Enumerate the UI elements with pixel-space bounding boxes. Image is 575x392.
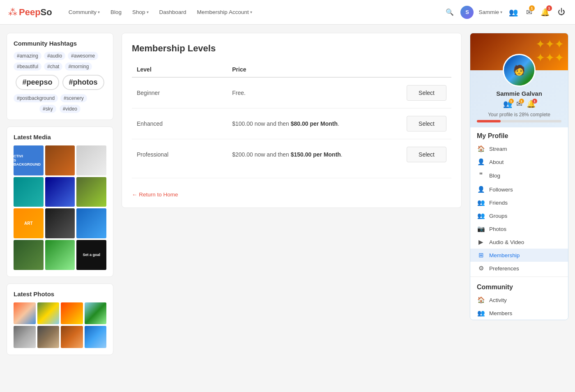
photo-thumb[interactable]: [85, 302, 107, 325]
friends-button[interactable]: 👥: [507, 6, 520, 18]
hashtag-photos[interactable]: #photos: [62, 75, 104, 90]
menu-item-followers[interactable]: 👤 Followers: [470, 183, 568, 196]
page-title: Membership Levels: [132, 43, 451, 54]
chevron-down-icon: ▾: [500, 10, 502, 14]
quote-icon: ": [477, 171, 485, 180]
hashtag-morning[interactable]: #morning: [65, 62, 92, 71]
messages-badge: 1: [529, 5, 535, 11]
media-thumb[interactable]: ART: [14, 208, 44, 238]
logo[interactable]: ⁂ PeepSo: [8, 7, 52, 18]
header-actions: 🔍 S Sammie ▾ 👥 ✉ 1 🔔 1 ⏻: [444, 6, 567, 19]
profile-notifications-button[interactable]: 🔔 1: [527, 99, 536, 108]
membership-icon: ⊞: [477, 251, 485, 259]
media-thumb[interactable]: [76, 208, 106, 238]
avatar-wrap: 🧑: [470, 54, 568, 87]
hashtag-awesome[interactable]: #awesome: [68, 52, 98, 60]
hashtag-postbackground[interactable]: #postbackground: [14, 94, 58, 102]
hashtags-title: Community Hashtags: [14, 40, 106, 47]
media-grid: CTIVIS BACKGROUND ART Set a goal: [14, 145, 106, 270]
level-name-professional: Professional: [137, 151, 168, 158]
my-profile-title: My Profile: [470, 127, 568, 142]
menu-item-blog[interactable]: " Blog: [470, 168, 568, 183]
media-thumb[interactable]: [45, 208, 75, 238]
community-title: Community: [470, 279, 568, 293]
progress-bar: [477, 120, 561, 122]
user-menu[interactable]: Sammie ▾: [478, 9, 502, 15]
media-thumb[interactable]: CTIVIS BACKGROUND: [14, 145, 44, 175]
menu-item-preferences[interactable]: ⚙ Preferences: [470, 262, 568, 275]
photo-thumb[interactable]: [61, 302, 83, 325]
activity-home-icon: 🏠: [477, 296, 485, 304]
level-name-enhanced: Enhanced: [137, 120, 163, 127]
left-sidebar: Community Hashtags #amazing #audio #awes…: [7, 33, 113, 362]
select-beginner-button[interactable]: Select: [407, 85, 446, 101]
col-price: Price: [227, 62, 402, 77]
nav-membership-account[interactable]: Membership Account ▾: [193, 7, 256, 18]
media-thumb[interactable]: [14, 177, 44, 207]
profile-messages-button[interactable]: ✉ 1: [516, 99, 522, 108]
select-professional-button[interactable]: Select: [407, 147, 446, 162]
latest-photos-card: Latest Photos: [7, 284, 113, 355]
profile-action-icons: 👥 1 ✉ 1 🔔 1: [477, 99, 561, 108]
hashtag-peepso[interactable]: #peepso: [16, 75, 59, 90]
menu-item-photos[interactable]: 📷 Photos: [470, 222, 568, 235]
price-enhanced: $100.00 now and then $80.00 per Month.: [232, 120, 339, 127]
menu-item-stream[interactable]: 🏠 Stream: [470, 142, 568, 155]
page-layout: Community Hashtags #amazing #audio #awes…: [0, 25, 575, 370]
right-sidebar: ✦✦✦✦✦✦ 🧑 Sammie Galvan 👥 1 ✉ 1: [470, 33, 568, 362]
hashtags-container: #amazing #audio #awesome #beautiful #cha…: [14, 52, 106, 113]
media-thumb[interactable]: [45, 145, 75, 175]
media-thumb[interactable]: [45, 177, 75, 207]
power-button[interactable]: ⏻: [556, 6, 567, 18]
price-beginner: Free.: [232, 90, 246, 96]
menu-item-friends[interactable]: 👥 Friends: [470, 196, 568, 209]
menu-item-groups[interactable]: 👥 Groups: [470, 209, 568, 222]
hashtag-amazing[interactable]: #amazing: [14, 52, 41, 60]
avatar: S: [460, 6, 474, 19]
nav-blog[interactable]: Blog: [106, 7, 126, 18]
profile-menu: My Profile 🏠 Stream 👤 About " Blog 👤 Fol…: [470, 127, 568, 320]
notifications-button[interactable]: 🔔 1: [539, 6, 551, 18]
hashtag-audio[interactable]: #audio: [44, 52, 65, 60]
return-home-link[interactable]: ← Return to Home: [132, 191, 178, 198]
media-thumb[interactable]: Set a goal: [76, 240, 106, 270]
chevron-down-icon: ▾: [250, 10, 252, 14]
members-icon: 👥: [477, 309, 485, 317]
photo-thumb[interactable]: [14, 326, 36, 348]
nav-community[interactable]: Community ▾: [64, 7, 104, 18]
menu-item-audio-video[interactable]: ▶ Audio & Video: [470, 235, 568, 249]
progress-bar-fill: [477, 120, 501, 122]
photo-thumb[interactable]: [37, 302, 60, 325]
search-button[interactable]: 🔍: [444, 7, 455, 18]
nav-shop[interactable]: Shop ▾: [128, 7, 153, 18]
photo-thumb[interactable]: [14, 302, 36, 325]
followers-icon: 👤: [477, 186, 485, 193]
hashtag-scenery[interactable]: #scenery: [60, 94, 87, 102]
hashtag-beautiful[interactable]: #beautiful: [14, 62, 41, 71]
select-enhanced-button[interactable]: Select: [407, 116, 446, 131]
photo-thumb[interactable]: [61, 326, 83, 348]
menu-divider: [470, 277, 568, 277]
photo-thumb[interactable]: [37, 326, 60, 348]
latest-photos-title: Latest Photos: [14, 291, 106, 297]
table-row: Professional $200.00 now and then $150.0…: [132, 139, 451, 170]
photo-thumb[interactable]: [85, 326, 107, 348]
hashtag-chat[interactable]: #chat: [44, 62, 62, 71]
hashtag-sky[interactable]: #sky: [39, 105, 56, 113]
menu-item-members[interactable]: 👥 Members: [470, 307, 568, 320]
messages-badge: 1: [519, 99, 524, 104]
profile-friends-button[interactable]: 👥 1: [503, 99, 512, 108]
menu-item-activity[interactable]: 🏠 Activity: [470, 293, 568, 307]
media-thumb[interactable]: [14, 240, 44, 270]
table-row: Enhanced $100.00 now and then $80.00 per…: [132, 108, 451, 139]
membership-card: Membership Levels Level Price Beginner F…: [122, 33, 462, 208]
media-thumb[interactable]: [76, 177, 106, 207]
hashtag-video[interactable]: #video: [60, 105, 80, 113]
power-icon: ⏻: [558, 8, 565, 16]
messages-button[interactable]: ✉ 1: [524, 6, 534, 18]
media-thumb[interactable]: [76, 145, 106, 175]
media-thumb[interactable]: [45, 240, 75, 270]
nav-dashboard[interactable]: Dashboard: [155, 7, 191, 18]
menu-item-membership[interactable]: ⊞ Membership: [470, 249, 568, 262]
menu-item-about[interactable]: 👤 About: [470, 155, 568, 168]
